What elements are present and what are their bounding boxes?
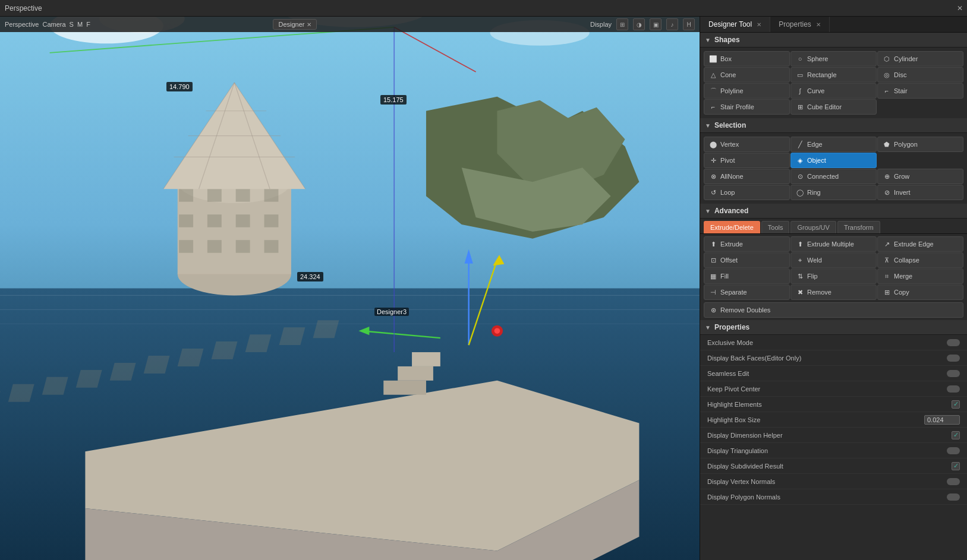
prop-keep-pivot-center-toggle[interactable] — [947, 385, 960, 393]
btn-object[interactable]: ◈ Object — [790, 153, 877, 168]
stair-profile-icon: ⌐ — [709, 103, 717, 111]
prop-exclusive-mode: Exclusive Mode — [700, 335, 967, 350]
btn-connected[interactable]: ⊙ Connected — [790, 169, 877, 184]
btn-offset[interactable]: ⊡ Offset — [704, 252, 790, 268]
sub-tab-extrude-delete[interactable]: Extrude/Delete — [704, 221, 760, 233]
btn-stair-profile[interactable]: ⌐ Stair Profile — [704, 99, 790, 115]
properties-section-header[interactable]: ▼ Properties — [700, 320, 967, 335]
tab-designer-tool-close[interactable]: ✕ — [757, 21, 761, 28]
extrude-icon: ⬆ — [709, 240, 717, 248]
shortcut-s[interactable]: S — [70, 21, 74, 28]
sub-tab-tools[interactable]: Tools — [761, 221, 790, 233]
grid-icon-btn[interactable]: ⊞ — [616, 18, 628, 30]
svg-point-55 — [494, 328, 500, 334]
btn-curve-label: Curve — [807, 87, 824, 94]
btn-cylinder[interactable]: ⬡ Cylinder — [877, 51, 963, 67]
btn-invert[interactable]: ⊘ Invert — [877, 185, 963, 200]
btn-loop[interactable]: ↺ Loop — [704, 185, 790, 200]
sub-tab-tools-label: Tools — [768, 224, 783, 231]
prop-display-back-faces-toggle[interactable] — [947, 355, 960, 362]
prop-highlight-elements-checkbox[interactable]: ✓ — [952, 400, 960, 409]
remove-doubles-container: ⊛ Remove Doubles — [700, 302, 967, 320]
window-close-icon[interactable]: ✕ — [955, 4, 965, 13]
btn-box[interactable]: ⬜ Box — [704, 51, 790, 67]
render-icon-btn[interactable]: ▣ — [650, 18, 662, 30]
prop-highlight-elements: Highlight Elements ✓ — [700, 397, 967, 412]
sphere-icon: ○ — [796, 55, 804, 63]
btn-pivot[interactable]: ✛ Pivot — [704, 153, 790, 168]
prop-seamless-edit-toggle[interactable] — [947, 370, 960, 377]
btn-sphere[interactable]: ○ Sphere — [790, 51, 877, 67]
btn-flip[interactable]: ⇅ Flip — [790, 268, 877, 284]
box-icon: ⬜ — [709, 55, 717, 63]
shapes-grid: ⬜ Box ○ Sphere ⬡ Cylinder △ Cone ▭ Recta… — [700, 48, 967, 118]
btn-disc[interactable]: ◎ Disc — [877, 67, 963, 83]
prop-highlight-box-size-input[interactable] — [924, 415, 960, 425]
prop-display-subdivided-result-checkbox[interactable]: ✓ — [952, 462, 960, 470]
btn-extrude[interactable]: ⬆ Extrude — [704, 236, 790, 252]
prop-display-triangulation-toggle[interactable] — [947, 447, 960, 454]
btn-extrude-edge[interactable]: ↗ Extrude Edge — [877, 236, 963, 252]
btn-copy[interactable]: ⊞ Copy — [877, 284, 963, 300]
connected-icon: ⊙ — [796, 172, 804, 181]
btn-vertex[interactable]: ⬤ Vertex — [704, 137, 790, 152]
btn-curve[interactable]: ∫ Curve — [790, 83, 877, 99]
h-icon-btn[interactable]: H — [683, 18, 695, 30]
advanced-title: Advanced — [714, 207, 748, 215]
tab-properties-close[interactable]: ✕ — [816, 21, 821, 28]
btn-grow[interactable]: ⊕ Grow — [877, 169, 963, 184]
btn-polyline[interactable]: ⌒ Polyline — [704, 83, 790, 99]
btn-extrude-multiple[interactable]: ⬆ Extrude Multiple — [790, 236, 877, 252]
shapes-section-header[interactable]: ▼ Shapes — [700, 33, 967, 48]
btn-polygon[interactable]: ⬟ Polygon — [877, 137, 963, 152]
measure-label-2: 15.175 — [380, 95, 407, 105]
prop-display-polygon-normals-toggle[interactable] — [947, 493, 960, 501]
tab-properties[interactable]: Properties ✕ — [770, 17, 830, 32]
shortcut-m[interactable]: M — [77, 21, 83, 28]
vertex-icon: ⬤ — [709, 140, 717, 148]
btn-cube-editor[interactable]: ⊞ Cube Editor — [790, 99, 877, 115]
polyline-icon: ⌒ — [709, 87, 717, 95]
btn-fill[interactable]: ▦ Fill — [704, 268, 790, 284]
advanced-section-header[interactable]: ▼ Advanced — [700, 204, 967, 219]
btn-extrude-label: Extrude — [720, 241, 743, 248]
prop-exclusive-mode-toggle[interactable] — [947, 339, 960, 346]
btn-allnone[interactable]: ⊗ AllNone — [704, 169, 790, 184]
sub-tab-groups-uv[interactable]: Groups/UV — [790, 221, 836, 233]
display-label[interactable]: Display — [590, 21, 612, 28]
btn-rectangle[interactable]: ▭ Rectangle — [790, 67, 877, 83]
shortcut-f[interactable]: F — [86, 21, 90, 28]
svg-rect-33 — [179, 240, 193, 253]
viewport[interactable]: Perspective Camera S M F Designer ✕ Disp… — [0, 17, 700, 560]
btn-box-label: Box — [720, 55, 732, 62]
btn-ring[interactable]: ◯ Ring — [790, 185, 877, 200]
svg-rect-35 — [236, 240, 250, 253]
btn-remove[interactable]: ✖ Remove — [790, 284, 877, 300]
btn-merge[interactable]: ⌗ Merge — [877, 268, 963, 284]
selection-arrow-icon: ▼ — [705, 122, 711, 129]
btn-cone[interactable]: △ Cone — [704, 67, 790, 83]
prop-seamless-edit: Seamless Edit — [700, 366, 967, 381]
viewport-header: Perspective Camera S M F Designer ✕ Disp… — [0, 17, 700, 32]
btn-separate[interactable]: ⊣ Separate — [704, 284, 790, 300]
sub-tab-transform[interactable]: Transform — [837, 221, 880, 233]
btn-connected-label: Connected — [807, 173, 839, 180]
btn-edge[interactable]: ╱ Edge — [790, 137, 877, 152]
btn-weld[interactable]: ⌖ Weld — [790, 252, 877, 268]
designer-tab[interactable]: Designer ✕ — [273, 19, 317, 30]
cylinder-icon: ⬡ — [883, 55, 891, 63]
lighting-icon-btn[interactable]: ◑ — [633, 18, 645, 30]
sub-tab-groups-uv-label: Groups/UV — [797, 224, 829, 231]
btn-fill-label: Fill — [720, 273, 729, 280]
svg-rect-46 — [398, 366, 433, 381]
prop-display-dimension-helper-checkbox[interactable]: ✓ — [952, 431, 960, 439]
shapes-title: Shapes — [714, 36, 740, 44]
prop-display-vertex-normals-toggle[interactable] — [947, 478, 960, 485]
btn-remove-doubles[interactable]: ⊛ Remove Doubles — [704, 302, 963, 318]
btn-stair[interactable]: ⌐ Stair — [877, 83, 963, 99]
btn-collapse[interactable]: ⊼ Collapse — [877, 252, 963, 268]
selection-section-header[interactable]: ▼ Selection — [700, 118, 967, 133]
designer-tab-close[interactable]: ✕ — [307, 21, 311, 28]
tab-designer-tool[interactable]: Designer Tool ✕ — [700, 17, 770, 32]
audio-icon-btn[interactable]: ♪ — [666, 18, 678, 30]
